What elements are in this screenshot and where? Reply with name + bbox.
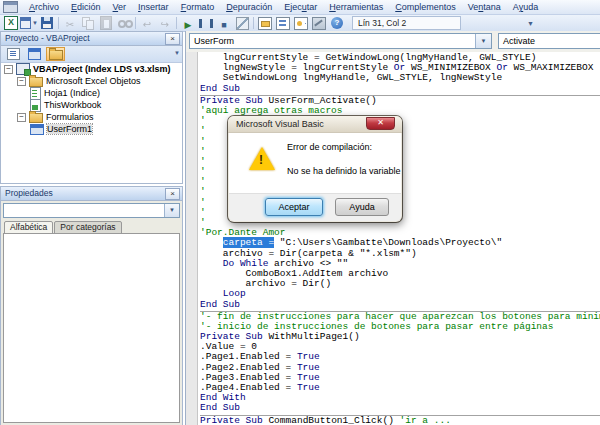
tree-item-vbaproject-index-lds-v3-xlsm[interactable]: −VBAProject (Index LDS v3.xlsm) bbox=[1, 63, 182, 75]
break-icon bbox=[199, 19, 213, 28]
chevron-down-icon[interactable]: ▼ bbox=[174, 50, 180, 56]
menu-complementos[interactable]: Complementos bbox=[389, 0, 462, 14]
properties-panel-title: Propiedades bbox=[5, 188, 53, 198]
object-dropdown-value: UserForm bbox=[194, 36, 234, 46]
tree-item-hoja1-indice[interactable]: Hoja1 (Indice) bbox=[1, 87, 182, 99]
project-panel-toolbar: ▼ bbox=[1, 46, 182, 63]
folder-icon bbox=[29, 77, 43, 87]
undo-icon bbox=[143, 14, 151, 32]
excel-icon bbox=[4, 16, 18, 30]
dialog-title: Microsoft Visual Basic bbox=[236, 119, 324, 129]
collapse-icon[interactable]: − bbox=[17, 113, 26, 122]
close-icon[interactable]: × bbox=[165, 33, 180, 45]
view-code-icon[interactable] bbox=[4, 47, 23, 61]
procedure-dropdown[interactable]: Activate ▼ bbox=[498, 33, 600, 49]
excel-icon[interactable] bbox=[2, 16, 20, 31]
menu-ver[interactable]: Ver bbox=[107, 0, 133, 14]
form-icon bbox=[30, 124, 44, 135]
menu-edici-n[interactable]: Edición bbox=[65, 0, 107, 14]
object-dropdown[interactable]: UserForm ▼ bbox=[189, 33, 492, 49]
menu-archivo[interactable]: Archivo bbox=[23, 0, 65, 14]
folder-icon bbox=[29, 113, 43, 123]
project-panel-titlebar: Proyecto - VBAProject × bbox=[1, 32, 182, 46]
tree-item-label: UserForm1 bbox=[47, 124, 92, 134]
chevron-down-icon[interactable]: ▼ bbox=[475, 34, 491, 48]
close-icon[interactable]: × bbox=[165, 188, 180, 200]
find-icon bbox=[115, 16, 133, 31]
chevron-down-icon[interactable]: ▼ bbox=[164, 204, 179, 217]
compile-error-dialog: Microsoft Visual Basic ✕ ! Error de comp… bbox=[228, 116, 402, 222]
menu-depuraci-n[interactable]: Depuración bbox=[220, 0, 278, 14]
reset-icon bbox=[221, 14, 226, 32]
object-browser-icon[interactable] bbox=[292, 16, 310, 31]
tree-item-thisworkbook[interactable]: ThisWorkbook bbox=[1, 99, 182, 111]
close-icon[interactable]: ✕ bbox=[366, 117, 395, 130]
toolbar-separator bbox=[135, 17, 136, 29]
code-line: End Sub bbox=[200, 84, 600, 94]
view-object-icon[interactable] bbox=[25, 47, 44, 61]
toolbar-options-icon[interactable]: ▼ bbox=[527, 20, 534, 27]
project-explorer-icon[interactable] bbox=[256, 16, 274, 31]
copy-icon bbox=[79, 16, 97, 31]
menu-insertar[interactable]: Insertar bbox=[132, 0, 175, 14]
object-selector-combo[interactable]: ▼ bbox=[3, 203, 180, 218]
tree-item-label: ThisWorkbook bbox=[44, 100, 101, 110]
menu-items: ArchivoEdiciónVerInsertarFormatoDepuraci… bbox=[23, 0, 544, 14]
toolbar-icons: ▼ bbox=[2, 16, 346, 31]
dialog-footer: Aceptar Ayuda bbox=[229, 193, 401, 221]
redo-icon bbox=[161, 14, 169, 32]
collapse-icon[interactable]: − bbox=[17, 77, 26, 86]
object-browser-icon bbox=[294, 17, 308, 30]
menu-ejecutar[interactable]: Ejecutar bbox=[278, 0, 323, 14]
properties-panel-titlebar: Propiedades × bbox=[1, 187, 182, 201]
menu-herramientas[interactable]: Herramientas bbox=[323, 0, 389, 14]
design-mode-icon[interactable] bbox=[233, 16, 251, 31]
undo-icon bbox=[138, 16, 156, 31]
save-icon[interactable] bbox=[38, 16, 56, 31]
cut-icon bbox=[61, 16, 79, 31]
code-line: End Sub bbox=[200, 403, 600, 413]
paste-icon bbox=[97, 16, 115, 31]
properties-list[interactable] bbox=[3, 233, 180, 423]
code-window: UserForm ▼ Activate ▼ lngCurrentStyle = … bbox=[185, 31, 600, 425]
line-col-indicator[interactable]: Lín 31, Col 2 bbox=[352, 16, 461, 30]
tree-item-formularios[interactable]: −Formularios bbox=[1, 111, 182, 123]
code-line: Private Sub CommandButton1_Click() 'ir a… bbox=[200, 416, 600, 425]
standard-toolbar: ▼ Lín 31, Col 2 ▼ bbox=[0, 15, 600, 32]
help-icon[interactable] bbox=[328, 16, 346, 31]
toolbar-separator bbox=[253, 17, 254, 29]
code-line: End With bbox=[200, 393, 600, 403]
paste-icon bbox=[100, 16, 112, 30]
toggle-folders-icon[interactable] bbox=[46, 47, 65, 61]
code-line: End Sub bbox=[200, 300, 600, 310]
tree-item-microsoft-excel-objetos[interactable]: −Microsoft Excel Objetos bbox=[1, 75, 182, 87]
project-panel-tools bbox=[4, 47, 67, 61]
help-button[interactable]: Ayuda bbox=[335, 198, 389, 216]
insert-userform-icon bbox=[20, 17, 31, 29]
menu-ayuda[interactable]: Ayuda bbox=[507, 0, 544, 14]
code-line: SetWindowLong lngMyHandle, GWL_STYLE, ln… bbox=[200, 73, 600, 83]
run-icon[interactable] bbox=[179, 16, 197, 31]
accept-button[interactable]: Aceptar bbox=[265, 198, 323, 216]
procedure-dropdown-value: Activate bbox=[503, 36, 535, 46]
warning-exclamation: ! bbox=[259, 154, 263, 166]
break-icon[interactable] bbox=[197, 16, 215, 31]
code-editor[interactable]: lngCurrentStyle = GetWindowLong(lngMyHan… bbox=[186, 52, 600, 425]
insert-userform-icon[interactable]: ▼ bbox=[20, 16, 38, 31]
properties-window-icon[interactable] bbox=[274, 16, 292, 31]
vbe-app-icon bbox=[3, 1, 18, 13]
menu-formato[interactable]: Formato bbox=[175, 0, 221, 14]
margin-indicator-bar[interactable] bbox=[186, 52, 198, 425]
cut-icon bbox=[66, 14, 74, 32]
tree-item-label: Hoja1 (Indice) bbox=[44, 88, 100, 98]
design-mode-icon bbox=[236, 17, 249, 30]
menu-ventana[interactable]: Ventana bbox=[462, 0, 507, 14]
project-explorer-icon bbox=[258, 17, 272, 30]
tree-item-label: VBAProject (Index LDS v3.xlsm) bbox=[33, 64, 171, 74]
toolbox-icon[interactable] bbox=[310, 16, 328, 31]
collapse-icon[interactable]: − bbox=[4, 65, 13, 74]
reset-icon[interactable] bbox=[215, 16, 233, 31]
find-icon bbox=[118, 18, 131, 28]
tree-item-userform1[interactable]: UserForm1 bbox=[1, 123, 182, 135]
run-icon bbox=[185, 14, 192, 32]
